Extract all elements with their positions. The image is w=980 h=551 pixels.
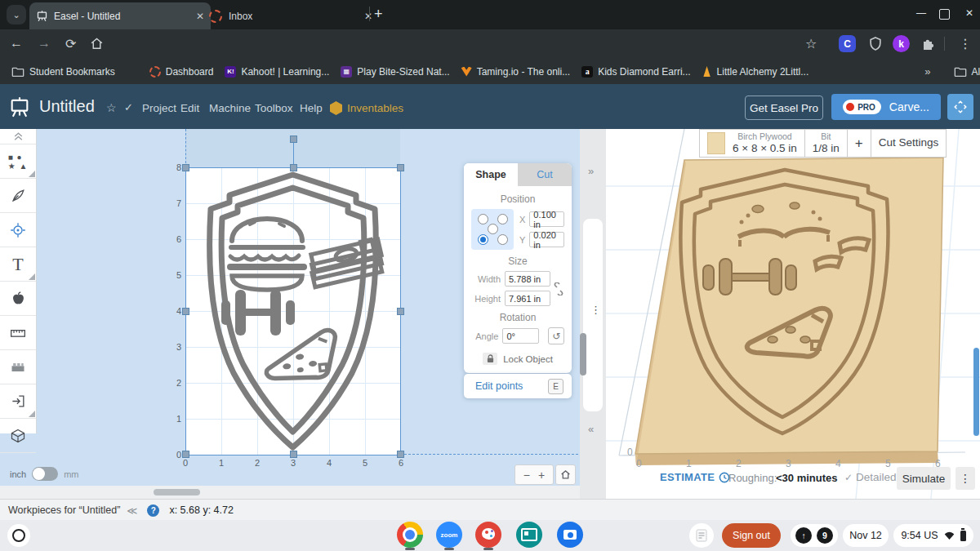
bookmark-dashboard[interactable]: Dashboard: [149, 66, 214, 78]
date-pill[interactable]: Nov 12: [843, 524, 889, 547]
chrome-app-icon[interactable]: [397, 522, 423, 548]
anchor-bottom-right[interactable]: [497, 234, 508, 245]
menu-kebab-icon[interactable]: ⋮: [959, 36, 972, 51]
handle-top-center[interactable]: [290, 164, 297, 171]
classroom-app-icon[interactable]: [516, 522, 542, 548]
launcher-button[interactable]: [7, 524, 30, 547]
close-window-icon[interactable]: ✕: [965, 7, 973, 19]
edit-points-card[interactable]: Edit points E: [464, 374, 572, 398]
preview-scroll-thumb[interactable]: [973, 348, 979, 436]
get-easel-pro-button[interactable]: Get Easel Pro: [745, 96, 823, 120]
expand-view-button[interactable]: [947, 94, 973, 120]
expand-left-icon[interactable]: «: [588, 423, 594, 435]
bookmark-kahoot[interactable]: K! Kahoot! | Learning...: [225, 66, 329, 78]
estimate-group[interactable]: ESTIMATE: [660, 471, 730, 483]
height-input[interactable]: 7.961 in: [505, 291, 550, 306]
menu-help[interactable]: Help: [300, 102, 323, 114]
new-tab-button[interactable]: +: [374, 6, 383, 23]
cut-settings-button[interactable]: Cut Settings: [871, 130, 947, 157]
zoom-app-icon[interactable]: zoom: [436, 522, 462, 548]
add-bit-button[interactable]: +: [848, 130, 871, 157]
bookmarks-overflow-icon[interactable]: »: [924, 65, 930, 78]
bookmark-play-bite-sized[interactable]: ▦ Play Bite-Sized Nat...: [341, 66, 449, 78]
tab-easel[interactable]: Easel - Untitled ✕: [29, 2, 211, 29]
rotation-handle[interactable]: [290, 136, 297, 143]
project-title[interactable]: Untitled: [39, 97, 95, 116]
import-tool[interactable]: [0, 384, 36, 419]
shapes-tool[interactable]: ■ ●★ ▲: [0, 144, 36, 179]
menu-edit[interactable]: Edit: [180, 102, 199, 114]
bookmark-student-bookmarks[interactable]: Student Bookmarks: [11, 66, 115, 78]
tab-close-icon[interactable]: ✕: [364, 11, 372, 22]
restore-window-icon[interactable]: [939, 9, 950, 20]
menu-toolbox[interactable]: Toolbox: [255, 102, 293, 114]
inventables-link[interactable]: Inventables: [347, 102, 403, 114]
help-icon[interactable]: ?: [147, 504, 159, 517]
tab-shape[interactable]: Shape: [464, 163, 518, 186]
handle-mid-right[interactable]: [397, 308, 404, 315]
simulate-button[interactable]: Simulate: [897, 467, 951, 490]
handle-top-right[interactable]: [397, 164, 404, 171]
notes-tray-button[interactable]: [689, 523, 714, 548]
zoom-out-button[interactable]: −: [523, 469, 530, 482]
y-input[interactable]: 0.020 in: [529, 232, 564, 247]
collapse-tools-button[interactable]: [0, 129, 36, 144]
anchor-center[interactable]: [488, 224, 498, 234]
shield-extension-icon[interactable]: [867, 35, 884, 52]
home-icon[interactable]: [90, 37, 104, 51]
zoom-in-button[interactable]: +: [538, 469, 545, 482]
camera-app-icon[interactable]: [557, 522, 583, 548]
canvas-h-scrollbar[interactable]: [0, 486, 580, 499]
lock-object-label[interactable]: Lock Object: [503, 354, 553, 364]
bookmark-little-alchemy[interactable]: Little Alchemy 2Littl...: [702, 66, 809, 78]
tab-search-chevron-icon[interactable]: ⌄: [7, 5, 26, 24]
reset-rotation-icon[interactable]: ↺: [548, 327, 564, 344]
projects-blocks-tool[interactable]: [0, 350, 36, 384]
back-icon[interactable]: ←: [10, 36, 23, 51]
angle-input[interactable]: 0°: [502, 328, 539, 344]
minimize-icon[interactable]: —: [916, 7, 926, 19]
extension-badge-c[interactable]: C: [839, 35, 856, 52]
sign-out-button[interactable]: Sign out: [722, 523, 781, 548]
link-dimensions-icon[interactable]: [553, 282, 564, 295]
preview-kebab-icon[interactable]: ⋮: [956, 467, 975, 490]
carved-board-preview[interactable]: [617, 137, 969, 487]
canvas-zoom-buttons[interactable]: − +: [514, 464, 554, 485]
handle-top-left[interactable]: [182, 164, 189, 171]
notification-tray[interactable]: ↑ 9: [791, 524, 838, 547]
h-scroll-thumb[interactable]: [154, 489, 200, 495]
bookmark-star-icon[interactable]: ☆: [805, 36, 817, 51]
pen-tool[interactable]: [0, 179, 36, 213]
reload-icon[interactable]: ⟳: [65, 36, 76, 51]
tab-inbox[interactable]: Inbox ✕: [203, 2, 379, 29]
material-button[interactable]: Birch Plywood6 × 8 × 0.5 in: [700, 130, 805, 157]
drill-origin-tool[interactable]: [0, 213, 36, 247]
anchor-top-right[interactable]: [497, 214, 508, 224]
carve-button[interactable]: PRO Carve...: [831, 94, 941, 120]
profile-avatar-k[interactable]: k: [893, 35, 910, 52]
width-input[interactable]: 5.788 in: [505, 271, 550, 287]
tab-cut[interactable]: Cut: [518, 163, 572, 186]
handle-bottom-center[interactable]: [290, 451, 297, 458]
anchor-top-left[interactable]: [478, 214, 488, 224]
drag-handle-dots-icon[interactable]: ⋮: [590, 304, 600, 316]
x-input[interactable]: 0.100 in: [529, 211, 564, 227]
bookmark-taming-io[interactable]: Taming.io - The onli...: [461, 66, 571, 78]
unit-toggle[interactable]: [32, 467, 58, 481]
3d-tool[interactable]: [0, 419, 36, 453]
favorite-star-icon[interactable]: ☆: [106, 101, 117, 114]
forward-icon[interactable]: →: [38, 36, 51, 51]
zoom-home-button[interactable]: [555, 464, 576, 485]
bookmark-all-bookmarks[interactable]: All Bookmarks: [954, 66, 980, 78]
collapse-right-icon[interactable]: »: [588, 165, 594, 177]
anchor-bottom-left[interactable]: [478, 234, 488, 245]
handle-bottom-right[interactable]: [397, 451, 404, 458]
status-tray[interactable]: 9:54 US: [893, 524, 973, 547]
canvas-app-icon[interactable]: [475, 522, 501, 548]
handle-mid-left[interactable]: [182, 308, 189, 315]
extensions-puzzle-icon[interactable]: [920, 35, 936, 52]
design-library-tool[interactable]: [0, 282, 36, 316]
text-tool[interactable]: T: [0, 247, 36, 282]
canvas-v-scroll-thumb[interactable]: [580, 333, 586, 375]
handle-bottom-left[interactable]: [182, 451, 189, 458]
